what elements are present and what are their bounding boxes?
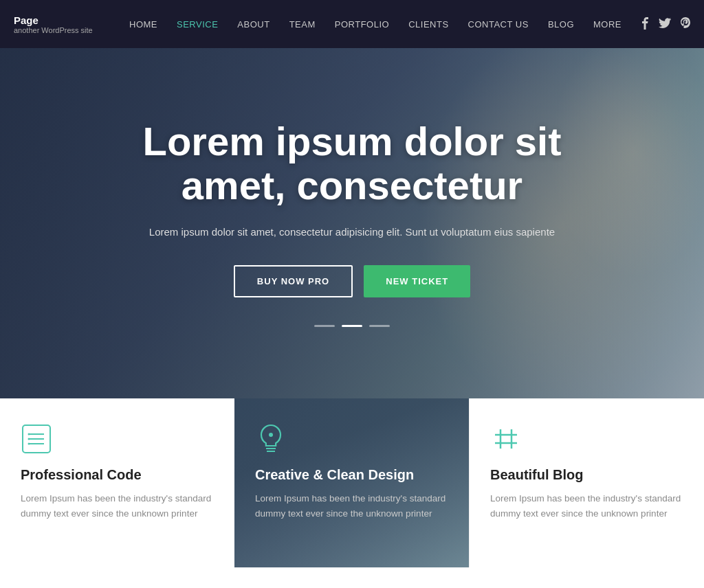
feature-desc-2: Lorem Ipsum has been the industry's stan… (255, 491, 448, 522)
hero-slider-dots (98, 325, 606, 327)
nav-about[interactable]: ABOUT (228, 19, 279, 30)
facebook-icon[interactable] (642, 17, 649, 32)
feature-col-1: Professional Code Lorem Ipsum has been t… (0, 398, 234, 567)
twitter-icon[interactable] (659, 18, 671, 30)
hero-title: Lorem ipsum dolor sit amet, consectetur (98, 120, 606, 207)
pinterest-icon[interactable] (681, 17, 690, 32)
hash-icon (490, 423, 522, 455)
feature-desc-1: Lorem Ipsum has been the industry's stan… (21, 491, 214, 522)
hero-content: Lorem ipsum dolor sit amet, consectetur … (77, 120, 627, 327)
feature-title-2: Creative & Clean Design (255, 467, 448, 483)
list-icon (21, 423, 52, 455)
svg-point-9 (269, 433, 273, 437)
site-brand: Page another WordPress site (14, 14, 93, 34)
hero-buttons: BUY NOW PRO NEW TICKET (98, 265, 606, 297)
features-section: Professional Code Lorem Ipsum has been t… (0, 398, 704, 567)
bulb-icon (255, 423, 287, 455)
hero-dot-1[interactable] (314, 325, 335, 327)
svg-point-5 (28, 438, 30, 440)
nav-clients[interactable]: CLIENTS (399, 19, 458, 30)
hero-subtitle: Lorem ipsum dolor sit amet, consectetur … (98, 224, 606, 240)
nav-more[interactable]: More (584, 19, 631, 30)
buy-now-pro-button[interactable]: BUY NOW PRO (234, 265, 353, 297)
svg-point-6 (28, 443, 30, 445)
navbar: Page another WordPress site HOME SERVICE… (0, 0, 704, 48)
site-name: Page (14, 14, 93, 26)
feature-title-3: Beautiful Blog (490, 467, 683, 483)
nav-links: HOME SERVICE ABOUT TEAM PORTFOLIO CLIENT… (120, 19, 631, 30)
nav-home[interactable]: HOME (120, 19, 167, 30)
feature-title-1: Professional Code (21, 467, 214, 483)
feature-col-2-inner: Creative & Clean Design Lorem Ipsum has … (255, 423, 448, 522)
nav-blog[interactable]: BLOG (538, 19, 584, 30)
feature-desc-3: Lorem Ipsum has been the industry's stan… (490, 491, 683, 522)
svg-point-4 (28, 433, 30, 436)
feature-col-2: Creative & Clean Design Lorem Ipsum has … (234, 398, 469, 567)
nav-portfolio[interactable]: PORTFOLIO (325, 19, 399, 30)
new-ticket-button[interactable]: NEW TICKET (364, 265, 470, 297)
hero-dot-3[interactable] (369, 325, 390, 327)
nav-service[interactable]: SERVICE (167, 19, 228, 30)
site-tagline: another WordPress site (14, 26, 93, 34)
hero-section: Lorem ipsum dolor sit amet, consectetur … (0, 48, 704, 398)
feature-col-3: Beautiful Blog Lorem Ipsum has been the … (469, 398, 704, 567)
nav-team[interactable]: TEAM (280, 19, 325, 30)
nav-contact[interactable]: CONTACT US (459, 19, 538, 30)
nav-social (642, 17, 690, 32)
hero-dot-2[interactable] (342, 325, 362, 327)
